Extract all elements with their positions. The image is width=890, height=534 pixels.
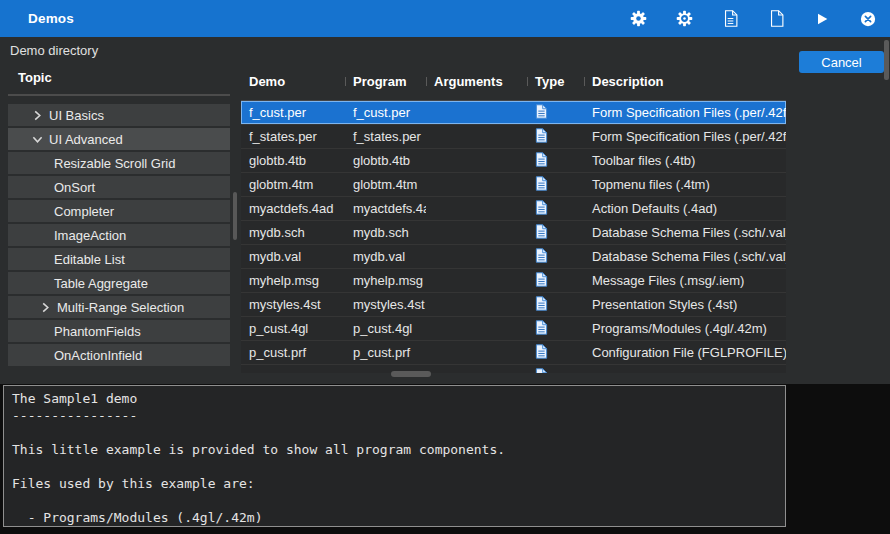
form-title: Demo directory: [10, 43, 98, 58]
topic-tree-panel: Topic UI BasicsUI AdvancedResizable Scro…: [8, 62, 230, 377]
table-row[interactable]: p_cust.prfp_cust.prfConfiguration File (…: [241, 341, 786, 365]
tree-item-ui-basics[interactable]: UI Basics: [8, 104, 230, 126]
column-header-arguments[interactable]: Arguments: [426, 74, 527, 89]
column-header-description[interactable]: Description: [584, 74, 786, 89]
settings-gear-icon[interactable]: [628, 9, 648, 29]
cell-description: Toolbar files (.4tb): [584, 153, 786, 168]
tree-item-table-aggregate[interactable]: Table Aggregate: [8, 272, 230, 294]
table-row[interactable]: mystyles.4stmystyles.4stPresentation Sty…: [241, 293, 786, 317]
tree-item-ui-advanced[interactable]: UI Advanced: [8, 128, 230, 150]
cell-program: f_states.per: [345, 129, 426, 144]
column-header-demo[interactable]: Demo: [241, 74, 345, 89]
cell-demo: f_cust.per: [241, 105, 345, 120]
table-row[interactable]: [241, 365, 786, 373]
cell-demo: p_cust.4gl: [241, 321, 345, 336]
demo-description-text: The Sample1 demo ---------------- This l…: [12, 390, 777, 526]
tree-item-label: OnSort: [54, 180, 95, 195]
document-type-icon: [535, 104, 548, 122]
tree-item-onactioninfield[interactable]: OnActionInfield: [8, 344, 230, 366]
demo-table-body: f_cust.perf_cust.perForm Specification F…: [241, 101, 786, 373]
tree-item-onsort[interactable]: OnSort: [8, 176, 230, 198]
cancel-button[interactable]: Cancel: [799, 51, 884, 73]
cell-type: [527, 200, 584, 218]
tree-item-editable-list[interactable]: Editable List: [8, 248, 230, 270]
cell-type: [527, 296, 584, 314]
tree-item-phantomfields[interactable]: PhantomFields: [8, 320, 230, 342]
cell-program: myhelp.msg: [345, 273, 426, 288]
cell-type: [527, 152, 584, 170]
tree-scrollbar-thumb[interactable]: [233, 192, 237, 240]
demo-table: DemoProgramArgumentsTypeDescription f_cu…: [241, 62, 786, 378]
tree-item-label: Completer: [54, 204, 114, 219]
cell-demo: myhelp.msg: [241, 273, 345, 288]
tree-item-label: Resizable Scroll Grid: [54, 156, 175, 171]
document-type-icon: [535, 296, 548, 314]
table-hscrollbar-thumb[interactable]: [391, 371, 431, 377]
document-type-icon: [535, 224, 548, 242]
cell-program: globtm.4tm: [345, 177, 426, 192]
demos-window: Demos Demo directory Cancel Topic UI Bas…: [0, 0, 890, 534]
cell-program: mydb.sch: [345, 225, 426, 240]
table-row[interactable]: p_cust.4glp_cust.4glPrograms/Modules (.4…: [241, 317, 786, 341]
cell-description: Configuration File (FGLPROFILE): [584, 345, 786, 360]
cell-description: Form Specification Files (.per/.42f): [584, 105, 786, 120]
new-file-icon[interactable]: [766, 9, 786, 29]
chevron-right-icon[interactable]: [32, 110, 43, 121]
cell-program: f_cust.per: [345, 105, 426, 120]
tree-item-label: Multi-Range Selection: [57, 300, 184, 315]
cell-demo: mydb.sch: [241, 225, 345, 240]
table-row[interactable]: globtm.4tmglobtm.4tmTopmenu files (.4tm): [241, 173, 786, 197]
tree-item-completer[interactable]: Completer: [8, 200, 230, 222]
table-row[interactable]: f_states.perf_states.perForm Specificati…: [241, 125, 786, 149]
document-type-icon: [535, 320, 548, 338]
chevron-down-icon[interactable]: [32, 134, 43, 145]
cell-description: Topmenu files (.4tm): [584, 177, 786, 192]
chevron-right-icon[interactable]: [40, 302, 51, 313]
tree-item-resizable-scroll-grid[interactable]: Resizable Scroll Grid: [8, 152, 230, 174]
cell-type: [527, 320, 584, 338]
cell-type: [527, 176, 584, 194]
cell-description: Database Schema Files (.sch/.val): [584, 225, 786, 240]
tree-item-label: UI Advanced: [49, 132, 123, 147]
cell-description: Message Files (.msg/.iem): [584, 273, 786, 288]
cell-demo: globtm.4tm: [241, 177, 345, 192]
cell-program: p_cust.prf: [345, 345, 426, 360]
table-row[interactable]: myhelp.msgmyhelp.msgMessage Files (.msg/…: [241, 269, 786, 293]
document-type-icon: [535, 272, 548, 290]
demo-description-textedit[interactable]: The Sample1 demo ---------------- This l…: [3, 385, 786, 527]
tree-item-imageaction[interactable]: ImageAction: [8, 224, 230, 246]
table-row[interactable]: myactdefs.4admyactdefs.4adAction Default…: [241, 197, 786, 221]
cell-description: Database Schema Files (.sch/.val): [584, 249, 786, 264]
cell-program: mydb.val: [345, 249, 426, 264]
table-row[interactable]: f_cust.perf_cust.perForm Specification F…: [241, 101, 786, 125]
tree-item-label: UI Basics: [49, 108, 104, 123]
document-type-icon: [535, 368, 548, 374]
cell-program: mystyles.4st: [345, 297, 426, 312]
cell-type: [527, 248, 584, 266]
cell-description: Form Specification Files (.per/.42f): [584, 129, 786, 144]
column-header-program[interactable]: Program: [345, 74, 426, 89]
cell-demo: p_cust.prf: [241, 345, 345, 360]
cell-demo: myactdefs.4ad: [241, 201, 345, 216]
cell-description: Presentation Styles (.4st): [584, 297, 786, 312]
log-file-icon[interactable]: [720, 9, 740, 29]
window-titlebar[interactable]: Demos: [0, 0, 890, 37]
document-type-icon: [535, 200, 548, 218]
document-type-icon: [535, 128, 548, 146]
cell-program: p_cust.4gl: [345, 321, 426, 336]
table-row[interactable]: globtb.4tbglobtb.4tbToolbar files (.4tb): [241, 149, 786, 173]
cell-demo: globtb.4tb: [241, 153, 345, 168]
tree-item-multi-range-selection[interactable]: Multi-Range Selection: [8, 296, 230, 318]
table-row[interactable]: mydb.valmydb.valDatabase Schema Files (.…: [241, 245, 786, 269]
cell-description: Programs/Modules (.4gl/.42m): [584, 321, 786, 336]
runtime-gear-icon[interactable]: [674, 9, 694, 29]
run-icon[interactable]: [812, 9, 832, 29]
tree-item-label: Editable List: [54, 252, 125, 267]
window-scrollbar-thumb[interactable]: [884, 40, 889, 80]
close-icon[interactable]: [858, 9, 878, 29]
cell-demo: mydb.val: [241, 249, 345, 264]
column-header-type[interactable]: Type: [527, 74, 584, 89]
tree-item-label: ImageAction: [54, 228, 126, 243]
table-row[interactable]: mydb.schmydb.schDatabase Schema Files (.…: [241, 221, 786, 245]
cell-type: [527, 272, 584, 290]
